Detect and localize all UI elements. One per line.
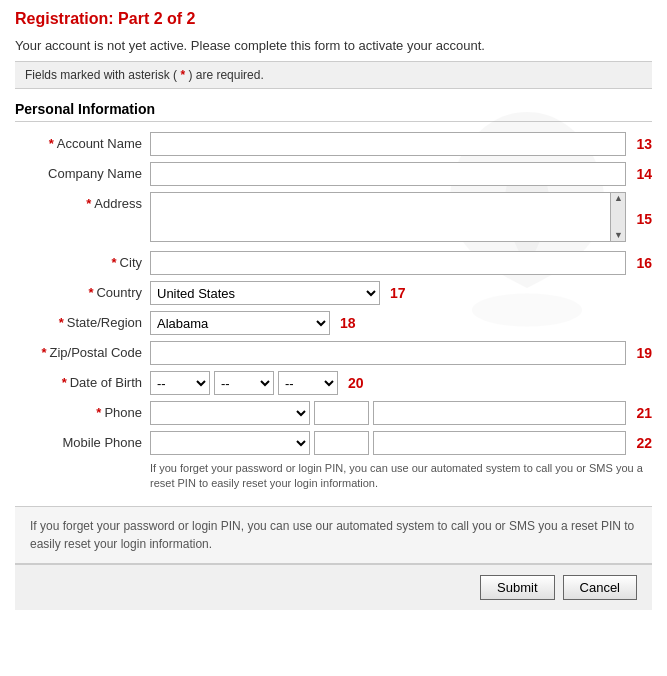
city-label: *City [15, 251, 150, 270]
dob-label: *Date of Birth [15, 371, 150, 390]
footer-buttons: Submit Cancel [15, 564, 652, 610]
mobile-phone-control: United States (+1) Canada (+1) 22 [150, 431, 652, 455]
mobile-number-input[interactable] [373, 431, 626, 455]
company-name-row: Company Name 14 [15, 162, 652, 186]
zip-row: *Zip/Postal Code 19 [15, 341, 652, 365]
page-container: Registration: Part 2 of 2 Your account i… [0, 0, 667, 620]
field-number-20: 20 [348, 375, 364, 391]
personal-info-form: *Account Name 13 Company Name 14 *Addres… [15, 132, 652, 492]
intro-text: Your account is not yet active. Please c… [15, 38, 652, 53]
phone-control: United States (+1) Canada (+1) 21 [150, 401, 652, 425]
mobile-phone-row: Mobile Phone United States (+1) Canada (… [15, 431, 652, 455]
state-label: *State/Region [15, 311, 150, 330]
field-number-18: 18 [340, 315, 356, 331]
company-name-label: Company Name [15, 162, 150, 181]
zip-control: 19 [150, 341, 652, 365]
dob-year-select[interactable]: -- 200019991998 199019851980 [278, 371, 338, 395]
address-scrollbar[interactable]: ▲ ▼ [610, 192, 626, 242]
company-name-input[interactable] [150, 162, 626, 186]
account-name-control: 13 [150, 132, 652, 156]
field-number-16: 16 [636, 255, 652, 271]
country-control: United States Canada United Kingdom Aust… [150, 281, 652, 305]
dob-area: -- 010203 040506 070809 101112 -- 010203… [150, 371, 338, 395]
mobile-phone-label: Mobile Phone [15, 431, 150, 450]
section-personal-title: Personal Information [15, 101, 652, 122]
account-name-row: *Account Name 13 [15, 132, 652, 156]
mobile-area-code-input[interactable] [314, 431, 369, 455]
scroll-up-arrow[interactable]: ▲ [614, 194, 623, 203]
phone-area-code-input[interactable] [314, 401, 369, 425]
state-row: *State/Region Alabama Alaska Arizona Ark… [15, 311, 652, 335]
state-select[interactable]: Alabama Alaska Arizona Arkansas Californ… [150, 311, 330, 335]
dob-row: *Date of Birth -- 010203 040506 070809 1… [15, 371, 652, 395]
field-number-13: 13 [636, 136, 652, 152]
address-row: *Address ▲ ▼ 15 [15, 192, 652, 245]
mobile-country-select[interactable]: United States (+1) Canada (+1) [150, 431, 310, 455]
scroll-down-arrow[interactable]: ▼ [614, 231, 623, 240]
phone-area: United States (+1) Canada (+1) [150, 401, 626, 425]
country-row: *Country United States Canada United Kin… [15, 281, 652, 305]
dob-day-select[interactable]: -- 010203 040506 [214, 371, 274, 395]
city-input[interactable] [150, 251, 626, 275]
page-title: Registration: Part 2 of 2 [15, 10, 652, 28]
mobile-phone-area: United States (+1) Canada (+1) [150, 431, 626, 455]
field-number-19: 19 [636, 345, 652, 361]
cancel-button[interactable]: Cancel [563, 575, 637, 600]
submit-button[interactable]: Submit [480, 575, 554, 600]
city-row: *City 16 [15, 251, 652, 275]
state-control: Alabama Alaska Arizona Arkansas Californ… [150, 311, 652, 335]
phone-country-select[interactable]: United States (+1) Canada (+1) [150, 401, 310, 425]
address-control: ▲ ▼ 15 [150, 192, 652, 245]
dob-control: -- 010203 040506 070809 101112 -- 010203… [150, 371, 652, 395]
outer-info-box: If you forget your password or login PIN… [15, 506, 652, 564]
address-wrapper: ▲ ▼ [150, 192, 626, 245]
phone-info-inner: If you forget your password or login PIN… [150, 461, 652, 492]
account-name-input[interactable] [150, 132, 626, 156]
phone-number-input[interactable] [373, 401, 626, 425]
phone-label: *Phone [15, 401, 150, 420]
field-number-14: 14 [636, 166, 652, 182]
zip-label: *Zip/Postal Code [15, 341, 150, 360]
field-number-22: 22 [636, 435, 652, 451]
country-label: *Country [15, 281, 150, 300]
field-number-17: 17 [390, 285, 406, 301]
phone-row: *Phone United States (+1) Canada (+1) 21 [15, 401, 652, 425]
field-number-21: 21 [636, 405, 652, 421]
address-label: *Address [15, 192, 150, 211]
field-number-15: 15 [636, 211, 652, 227]
account-name-label: *Account Name [15, 132, 150, 151]
city-control: 16 [150, 251, 652, 275]
company-name-control: 14 [150, 162, 652, 186]
zip-input[interactable] [150, 341, 626, 365]
required-note: Fields marked with asterisk ( * ) are re… [15, 61, 652, 89]
asterisk-symbol: * [180, 68, 185, 82]
country-select[interactable]: United States Canada United Kingdom Aust… [150, 281, 380, 305]
address-textarea[interactable] [150, 192, 626, 242]
dob-month-select[interactable]: -- 010203 040506 070809 101112 [150, 371, 210, 395]
